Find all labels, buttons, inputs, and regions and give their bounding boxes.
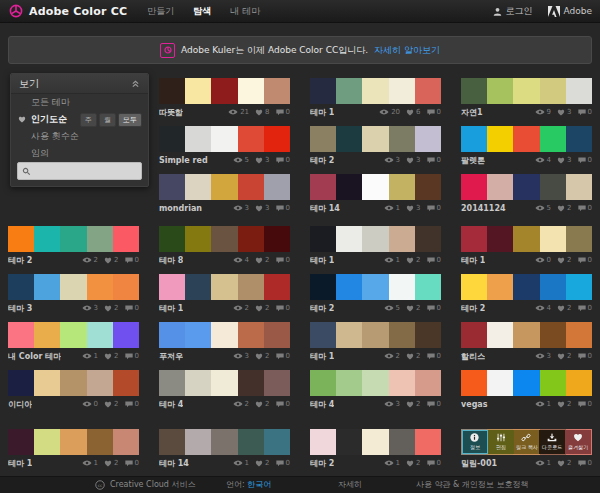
color-swatch[interactable] <box>310 322 336 348</box>
app-logo[interactable]: Adobe Color CC <box>9 4 127 18</box>
color-swatch[interactable] <box>264 78 290 104</box>
theme-card[interactable]: 테마 1 20 6 0 <box>310 78 441 118</box>
color-swatch[interactable] <box>60 429 86 455</box>
color-swatch[interactable] <box>540 126 566 152</box>
color-swatch[interactable] <box>461 274 487 300</box>
color-swatch[interactable] <box>336 274 362 300</box>
color-swatch[interactable] <box>566 174 592 200</box>
color-swatch[interactable] <box>513 322 539 348</box>
color-swatch[interactable] <box>461 174 487 200</box>
theme-card[interactable]: vegas 1 2 0 <box>461 370 592 410</box>
theme-card[interactable]: 이디아 0 2 0 <box>8 370 139 410</box>
color-swatch[interactable] <box>264 274 290 300</box>
color-swatch[interactable] <box>362 78 388 104</box>
color-swatch[interactable] <box>310 126 336 152</box>
color-swatch[interactable] <box>87 274 113 300</box>
heart-action[interactable]: 즐겨찾기 <box>565 430 591 454</box>
filter-week-button[interactable]: 주 <box>80 113 97 127</box>
color-swatch[interactable] <box>238 429 264 455</box>
color-swatch[interactable] <box>185 274 211 300</box>
color-swatch[interactable] <box>211 126 237 152</box>
color-swatch[interactable] <box>8 322 34 348</box>
color-swatch[interactable] <box>461 370 487 396</box>
color-swatch[interactable] <box>211 226 237 252</box>
color-swatch[interactable] <box>87 429 113 455</box>
color-swatch[interactable] <box>487 226 513 252</box>
color-swatch[interactable] <box>310 274 336 300</box>
color-swatch[interactable] <box>415 226 441 252</box>
color-swatch[interactable] <box>159 274 185 300</box>
color-swatch[interactable] <box>336 370 362 396</box>
color-swatch[interactable] <box>389 322 415 348</box>
color-swatch[interactable] <box>113 429 139 455</box>
theme-card[interactable]: 테마 1 1 2 0 <box>310 226 441 266</box>
color-swatch[interactable] <box>113 370 139 396</box>
color-swatch[interactable] <box>389 174 415 200</box>
banner-learn-more-link[interactable]: 자세히 알아보기 <box>374 44 440 57</box>
color-swatch[interactable] <box>513 274 539 300</box>
color-swatch[interactable] <box>34 274 60 300</box>
color-swatch[interactable] <box>185 126 211 152</box>
color-swatch[interactable] <box>487 174 513 200</box>
theme-card[interactable]: 테마 14 1 3 0 <box>310 174 441 214</box>
color-swatch[interactable] <box>238 322 264 348</box>
footer-terms-link[interactable]: 사용 약관 & 개인정보 보호정책 <box>416 477 528 493</box>
color-swatch[interactable] <box>415 78 441 104</box>
theme-card[interactable]: 테마 1 0 2 0 <box>461 226 592 266</box>
color-swatch[interactable] <box>238 126 264 152</box>
footer-creative-cloud-link[interactable]: Creative Cloud 서비스 <box>110 477 195 493</box>
color-swatch[interactable] <box>461 226 487 252</box>
theme-card[interactable]: 테마 2 4 2 0 <box>461 274 592 314</box>
color-swatch[interactable] <box>264 174 290 200</box>
color-swatch[interactable] <box>336 78 362 104</box>
color-swatch[interactable] <box>264 126 290 152</box>
color-swatch[interactable] <box>185 78 211 104</box>
color-swatch[interactable] <box>513 126 539 152</box>
color-swatch[interactable] <box>461 322 487 348</box>
color-swatch[interactable] <box>34 226 60 252</box>
color-swatch[interactable] <box>211 174 237 200</box>
color-swatch[interactable] <box>60 226 86 252</box>
color-swatch[interactable] <box>159 226 185 252</box>
color-swatch[interactable] <box>310 174 336 200</box>
color-swatch[interactable] <box>540 226 566 252</box>
search-input[interactable] <box>34 166 137 177</box>
collapse-panel-icon[interactable] <box>131 80 140 88</box>
color-swatch[interactable] <box>336 174 362 200</box>
color-swatch[interactable] <box>566 274 592 300</box>
color-swatch[interactable] <box>389 429 415 455</box>
color-swatch[interactable] <box>487 78 513 104</box>
color-swatch[interactable] <box>60 274 86 300</box>
theme-card[interactable]: 20141124 5 2 0 <box>461 174 592 214</box>
color-swatch[interactable] <box>211 322 237 348</box>
search-box[interactable] <box>17 162 142 180</box>
color-swatch[interactable] <box>362 429 388 455</box>
color-swatch[interactable] <box>238 174 264 200</box>
color-swatch[interactable] <box>60 370 86 396</box>
color-swatch[interactable] <box>566 126 592 152</box>
theme-card[interactable]: 팔렛톤 4 3 0 <box>461 126 592 166</box>
color-swatch[interactable] <box>211 429 237 455</box>
color-swatch[interactable] <box>362 274 388 300</box>
color-swatch[interactable] <box>211 274 237 300</box>
color-swatch[interactable] <box>487 126 513 152</box>
color-swatch[interactable] <box>461 126 487 152</box>
color-swatch[interactable] <box>8 226 34 252</box>
color-swatch[interactable] <box>310 226 336 252</box>
color-swatch[interactable] <box>185 322 211 348</box>
color-swatch[interactable] <box>540 274 566 300</box>
color-swatch[interactable] <box>185 429 211 455</box>
color-swatch[interactable] <box>87 226 113 252</box>
color-swatch[interactable] <box>540 370 566 396</box>
color-swatch[interactable] <box>513 226 539 252</box>
color-swatch[interactable] <box>113 274 139 300</box>
color-swatch[interactable] <box>211 78 237 104</box>
color-swatch[interactable] <box>87 370 113 396</box>
color-swatch[interactable] <box>185 226 211 252</box>
color-swatch[interactable] <box>461 78 487 104</box>
theme-card[interactable]: 정보편집링크 복사다운로드즐겨찾기 밀림-001 1 2 0 <box>461 429 592 469</box>
color-swatch[interactable] <box>389 370 415 396</box>
sidebar-item-usage[interactable]: 사용 횟수순 <box>11 128 148 145</box>
color-swatch[interactable] <box>8 370 34 396</box>
theme-card[interactable]: 테마 14 1 2 0 <box>159 429 290 469</box>
